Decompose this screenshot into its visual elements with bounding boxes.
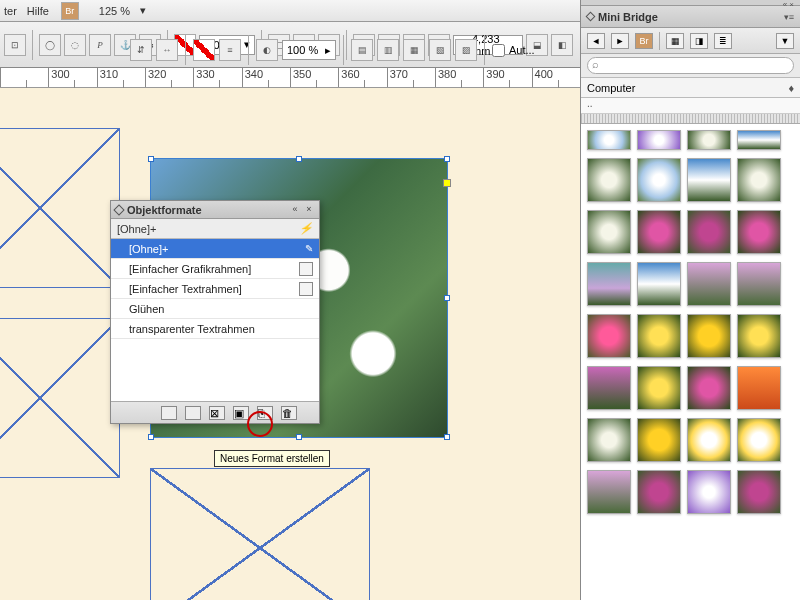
resize-handle[interactable] xyxy=(296,156,302,162)
view-thumb-icon[interactable]: ▦ xyxy=(666,33,684,49)
resize-handle[interactable] xyxy=(444,295,450,301)
clear-override-icon[interactable] xyxy=(161,406,177,420)
search-input[interactable] xyxy=(587,57,794,74)
thumbnail[interactable] xyxy=(637,366,681,410)
thumbnail[interactable] xyxy=(587,366,631,410)
thumbnail[interactable] xyxy=(637,314,681,358)
quick-apply-icon[interactable]: ⚡ xyxy=(299,222,313,235)
resize-handle[interactable] xyxy=(296,434,302,440)
thumbnail[interactable] xyxy=(637,210,681,254)
thumbnail[interactable] xyxy=(737,366,781,410)
empty-frame[interactable] xyxy=(0,318,120,478)
thumbnail[interactable] xyxy=(687,158,731,202)
bridge-title: Mini Bridge xyxy=(598,11,658,23)
thumbnail[interactable] xyxy=(637,418,681,462)
thumbnail-grid[interactable] xyxy=(581,124,800,600)
ruler-tick: 360 xyxy=(338,68,386,87)
resize-handle[interactable] xyxy=(148,434,154,440)
filter-icon[interactable]: ▼ xyxy=(776,33,794,49)
wrap2-icon[interactable]: ▥ xyxy=(377,39,399,61)
no-stroke-icon[interactable] xyxy=(193,39,215,61)
style-item-transparent-text[interactable]: transparenter Textrahmen xyxy=(111,319,319,339)
thumbnail[interactable] xyxy=(687,210,731,254)
location-dropdown[interactable]: Computer ♦ xyxy=(581,78,800,98)
panel-header[interactable]: Objektformate « × xyxy=(111,201,319,219)
opacity-field[interactable]: 100 %▸ xyxy=(282,40,336,60)
thumbnail[interactable] xyxy=(587,314,631,358)
live-corner-handle[interactable] xyxy=(443,179,451,187)
panel-grip[interactable] xyxy=(581,114,800,124)
panel-close-icon[interactable]: × xyxy=(303,204,315,216)
current-style-label: [Ohne]+ xyxy=(117,223,156,235)
thumbnail[interactable] xyxy=(687,262,731,306)
auto-checkbox[interactable] xyxy=(492,44,505,57)
bridge-app-icon[interactable]: Br xyxy=(635,33,653,49)
style-label: transparenter Textrahmen xyxy=(129,323,255,335)
stroke-style-icon[interactable]: ≡ xyxy=(219,39,241,61)
wrap3-icon[interactable]: ▦ xyxy=(403,39,425,61)
panel-collapse-icon[interactable] xyxy=(586,12,596,22)
thumbnail[interactable] xyxy=(737,314,781,358)
nav-forward-icon[interactable]: ► xyxy=(611,33,629,49)
thumbnail[interactable] xyxy=(587,470,631,514)
thumbnail[interactable] xyxy=(687,470,731,514)
thumbnail[interactable] xyxy=(587,210,631,254)
clear-attr-icon[interactable] xyxy=(185,406,201,420)
bridge-nav-row: ◄ ► Br ▦ ◨ ≣ ▼ xyxy=(581,28,800,54)
menu-item[interactable]: ter xyxy=(4,5,17,17)
thumbnail[interactable] xyxy=(587,158,631,202)
thumbnail[interactable] xyxy=(637,262,681,306)
zoom-dropdown-caret[interactable]: ▾ xyxy=(140,4,146,17)
wrap4-icon[interactable]: ▧ xyxy=(429,39,451,61)
thumbnail[interactable] xyxy=(737,158,781,202)
resize-handle[interactable] xyxy=(148,156,154,162)
resize-handle[interactable] xyxy=(444,156,450,162)
delete-style-icon[interactable]: 🗑 xyxy=(281,406,297,420)
spacing-icon[interactable]: ↔ xyxy=(156,39,178,61)
thumbnail[interactable] xyxy=(737,470,781,514)
bridge-search-row xyxy=(581,54,800,78)
bridge-icon[interactable]: Br xyxy=(61,2,79,20)
ruler-tick: 370 xyxy=(387,68,435,87)
view-list-icon[interactable]: ≣ xyxy=(714,33,732,49)
breadcrumb[interactable]: .. xyxy=(581,98,800,114)
view-split-icon[interactable]: ◨ xyxy=(690,33,708,49)
style-label: [Einfacher Grafikrahmen] xyxy=(129,263,251,275)
thumbnail[interactable] xyxy=(737,210,781,254)
panel-menu-icon[interactable]: ▾≡ xyxy=(784,12,794,22)
default-text-icon[interactable]: ▣ xyxy=(233,406,249,420)
empty-frame[interactable] xyxy=(150,468,370,600)
style-item-graphic-frame[interactable]: [Einfacher Grafikrahmen] xyxy=(111,259,319,279)
thumbnail[interactable] xyxy=(687,418,731,462)
thumbnail[interactable] xyxy=(637,470,681,514)
thumbnail[interactable] xyxy=(637,158,681,202)
thumbnail[interactable] xyxy=(637,130,681,150)
style-item-glow[interactable]: Glühen xyxy=(111,299,319,319)
zoom-level[interactable]: 125 % xyxy=(99,5,130,17)
thumbnail[interactable] xyxy=(687,130,731,150)
thumbnail[interactable] xyxy=(587,262,631,306)
opacity-icon[interactable]: ◐ xyxy=(256,39,278,61)
thumbnail[interactable] xyxy=(687,314,731,358)
wrap1-icon[interactable]: ▤ xyxy=(351,39,373,61)
thumbnail[interactable] xyxy=(587,418,631,462)
resize-handle[interactable] xyxy=(444,434,450,440)
empty-frame[interactable] xyxy=(0,128,120,288)
style-item-none[interactable]: [Ohne]+ ✎ xyxy=(111,239,319,259)
panel-minimize-icon[interactable]: « xyxy=(289,204,301,216)
thumbnail[interactable] xyxy=(737,262,781,306)
thumbnail[interactable] xyxy=(737,130,781,150)
object-styles-panel[interactable]: Objektformate « × [Ohne]+ ⚡ [Ohne]+ ✎ [E… xyxy=(110,200,320,424)
style-item-text-frame[interactable]: [Einfacher Textrahmen] xyxy=(111,279,319,299)
nav-back-icon[interactable]: ◄ xyxy=(587,33,605,49)
default-graphic-icon[interactable]: ⊠ xyxy=(209,406,225,420)
thumbnail[interactable] xyxy=(587,130,631,150)
menu-item-help[interactable]: Hilfe xyxy=(27,5,49,17)
opt-icon[interactable]: ◧ xyxy=(551,34,573,56)
distribute-icon[interactable]: ⇵ xyxy=(130,39,152,61)
thumbnail[interactable] xyxy=(687,366,731,410)
thumbnail[interactable] xyxy=(737,418,781,462)
bridge-tab-bar[interactable]: Mini Bridge ▾≡ xyxy=(581,6,800,28)
panel-collapse-icon[interactable] xyxy=(113,204,124,215)
wrap5-icon[interactable]: ▨ xyxy=(455,39,477,61)
